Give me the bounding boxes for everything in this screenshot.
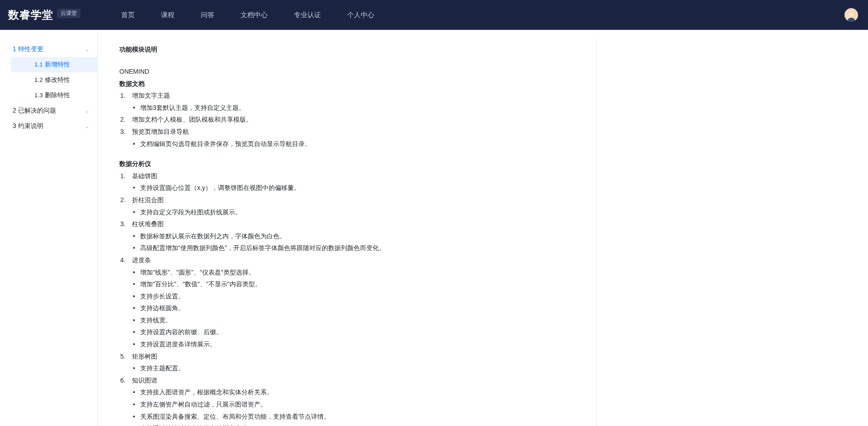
toc-sub-1: 1.1 新增特性 1.2 修改特性 1.3 删除特性: [0, 57, 97, 103]
list-item: 进度条 增加"线形"、"圆形"、"仪表盘"类型选择。 增加"百分比"、"数值"、…: [119, 254, 577, 350]
list-sub-item: 支持左侧资产树自动过滤，只展示图谱资产。: [132, 398, 577, 411]
toc-item-2[interactable]: 2 已解决的问题 ⌄: [0, 103, 97, 118]
list-item-text: 基础饼图: [132, 172, 157, 180]
list-sub-item: 高级配置增加"使用数据列颜色"，开启后标签字体颜色将跟随对应的数据列颜色而变化。: [132, 242, 577, 254]
toc-item-1-1[interactable]: 1.1 新增特性: [11, 57, 97, 72]
list-sub-item: 增加3套默认主题，支持自定义主题。: [132, 102, 577, 114]
list-sub-item: 支持主题配置。: [132, 362, 577, 374]
list-sub-item: 增加"线形"、"圆形"、"仪表盘"类型选择。: [132, 266, 577, 279]
section1-list: 增加文字主题 增加3套默认主题，支持自定义主题。 增加文档个人模板、团队模板和共…: [119, 90, 577, 150]
user-icon: [845, 10, 857, 22]
toc-item-3[interactable]: 3 约束说明 ⌄: [0, 118, 97, 134]
section-data-doc: 数据文档: [119, 78, 577, 90]
nav-docs[interactable]: 文档中心: [241, 11, 268, 19]
nav-qa[interactable]: 问答: [201, 11, 214, 19]
list-sub-item: 支持线宽。: [132, 314, 577, 327]
list-sub-item: 增加"百分比"、"数值"、"不显示"内容类型。: [132, 278, 577, 290]
list-sub-item: 支持边框圆角。: [132, 302, 577, 314]
chevron-down-icon: ⌄: [85, 123, 89, 129]
list-item: 增加文字主题 增加3套默认主题，支持自定义主题。: [119, 90, 577, 114]
chevron-down-icon: ⌄: [85, 47, 89, 52]
toc-item-label: 3 约束说明: [13, 122, 43, 130]
list-item: 预览页增加目录导航 文档编辑页勾选导航目录并保存，预览页自动显示导航目录。: [119, 126, 577, 150]
list-item-text: 进度条: [132, 256, 151, 264]
list-item-text: 矩形树图: [132, 353, 157, 360]
list-sub-item: 文档编辑页勾选导航目录并保存，预览页自动显示导航目录。: [132, 138, 577, 150]
list-sub-item: 支持通过筛选过滤查询指定的概念实体。: [132, 422, 577, 426]
top-nav: 首页 课程 问答 文档中心 专业认证 个人中心: [121, 11, 374, 19]
doc-body: ONEMIND 数据文档 增加文字主题 增加3套默认主题，支持自定义主题。 增加…: [119, 66, 577, 426]
list-item: 基础饼图 支持设置圆心位置（x,y），调整饼图在视图中的偏移量。: [119, 170, 577, 194]
app-header: 数睿学堂 云课堂 首页 课程 问答 文档中心 专业认证 个人中心: [0, 0, 868, 30]
list-sub-item: 支持自定义字段为柱图或折线展示。: [132, 206, 577, 218]
list-sub-item: 支持接入图谱资产，根据概念和实体分析关系。: [132, 386, 577, 398]
list-item-text: 柱状堆叠图: [132, 220, 164, 227]
list-item: 增加文档个人模板、团队模板和共享模版。: [119, 114, 577, 126]
toc-item-label: 1 特性变更: [13, 45, 43, 53]
list-item-text: 预览页增加目录导航: [132, 128, 189, 135]
doc-title: 功能模块说明: [119, 46, 577, 54]
line-onemind: ONEMIND: [119, 66, 577, 78]
list-item: 知识图谱 支持接入图谱资产，根据概念和实体分析关系。 支持左侧资产树自动过滤，只…: [119, 374, 577, 426]
list-item: 矩形树图 支持主题配置。: [119, 350, 577, 374]
chevron-down-icon: ⌄: [85, 108, 89, 114]
list-item-text: 折柱混合图: [132, 196, 164, 204]
list-sub-item: 关系图渲染具备搜索、定位、布局和分页功能，支持查看节点详情。: [132, 411, 577, 423]
logo-text: 数睿学堂: [8, 8, 53, 22]
svg-point-1: [849, 12, 854, 16]
toc-item-1-3[interactable]: 1.3 删除特性: [11, 88, 97, 103]
toc-item-label: 1.3 删除特性: [34, 91, 70, 99]
toc-sidebar: 1 特性变更 ⌄ 1.1 新增特性 1.2 修改特性 1.3 删除特性 2 已解…: [0, 30, 98, 426]
toc-item-label: 2 已解决的问题: [13, 107, 56, 115]
logo-group: 数睿学堂 云课堂: [8, 8, 80, 22]
nav-course[interactable]: 课程: [161, 11, 175, 19]
section2-list: 基础饼图 支持设置圆心位置（x,y），调整饼图在视图中的偏移量。 折柱混合图 支…: [119, 170, 577, 426]
toc-item-label: 1.1 新增特性: [34, 61, 70, 69]
list-item-text: 增加文字主题: [132, 92, 170, 99]
list-item-text: 知识图谱: [132, 377, 157, 384]
list-sub-item: 数据标签默认展示在数据列之内，字体颜色为白色。: [132, 230, 577, 242]
toc-item-1[interactable]: 1 特性变更 ⌄: [0, 42, 97, 57]
nav-cert[interactable]: 专业认证: [294, 11, 321, 19]
section-data-analyzer: 数据分析仪: [119, 158, 577, 170]
list-item: 折柱混合图 支持自定义字段为柱图或折线展示。: [119, 194, 577, 218]
avatar[interactable]: [844, 8, 858, 22]
nav-profile[interactable]: 个人中心: [347, 11, 374, 19]
toc-item-1-2[interactable]: 1.2 修改特性: [11, 72, 97, 88]
document-content: 功能模块说明 ONEMIND 数据文档 增加文字主题 增加3套默认主题，支持自定…: [99, 30, 597, 426]
toc-item-label: 1.2 修改特性: [34, 76, 70, 84]
list-sub-item: 支持设置进度条详情展示。: [132, 338, 577, 350]
list-sub-item: 支持设置圆心位置（x,y），调整饼图在视图中的偏移量。: [132, 182, 577, 194]
list-sub-item: 支持设置内容的前缀、后缀。: [132, 326, 577, 338]
list-sub-item: 支持步长设置。: [132, 290, 577, 303]
nav-home[interactable]: 首页: [121, 11, 135, 19]
logo-tag: 云课堂: [57, 9, 80, 18]
list-item: 柱状堆叠图 数据标签默认展示在数据列之内，字体颜色为白色。 高级配置增加"使用数…: [119, 218, 577, 254]
